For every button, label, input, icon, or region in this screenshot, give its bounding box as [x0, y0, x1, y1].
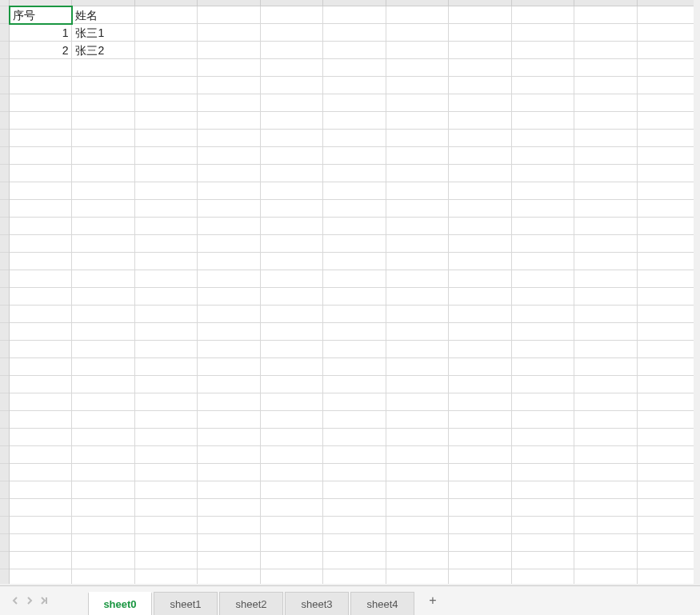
cell[interactable] — [198, 481, 260, 499]
cell[interactable] — [261, 411, 323, 429]
cell[interactable] — [198, 411, 260, 429]
cell[interactable] — [135, 253, 198, 270]
cell[interactable] — [72, 358, 134, 376]
cell[interactable] — [512, 200, 574, 218]
cell[interactable] — [638, 393, 700, 411]
cell[interactable] — [449, 112, 511, 130]
cell[interactable] — [574, 323, 637, 341]
cell[interactable] — [323, 42, 386, 59]
cell[interactable] — [135, 552, 198, 569]
cell[interactable] — [323, 393, 386, 411]
cell[interactable] — [449, 517, 511, 534]
cell[interactable] — [512, 147, 574, 165]
cell[interactable] — [198, 446, 260, 464]
cell[interactable] — [261, 235, 323, 253]
row-header[interactable] — [0, 94, 9, 112]
cell[interactable] — [10, 358, 72, 376]
cell[interactable]: 张三1 — [72, 24, 134, 42]
cell[interactable] — [574, 288, 637, 306]
cell[interactable] — [323, 165, 386, 182]
cell[interactable] — [198, 552, 260, 569]
cell[interactable] — [449, 270, 511, 288]
row-header[interactable] — [0, 534, 9, 552]
row-header[interactable] — [0, 341, 9, 358]
cell[interactable] — [261, 376, 323, 393]
cell[interactable] — [638, 323, 700, 341]
cell[interactable] — [574, 112, 637, 130]
cell[interactable] — [386, 341, 449, 358]
cell[interactable] — [386, 235, 449, 253]
cell[interactable] — [135, 200, 198, 218]
cell[interactable] — [72, 411, 134, 429]
cell[interactable] — [574, 59, 637, 77]
cell[interactable] — [261, 165, 323, 182]
cell[interactable] — [386, 112, 449, 130]
cell[interactable] — [512, 429, 574, 446]
cell[interactable] — [638, 130, 700, 147]
tab-nav-prev-icon[interactable] — [10, 595, 21, 606]
cell[interactable]: 2 — [10, 42, 72, 59]
cell[interactable] — [72, 446, 134, 464]
cell[interactable] — [638, 6, 700, 24]
cell[interactable] — [323, 147, 386, 165]
row-header[interactable] — [0, 569, 9, 584]
cell[interactable] — [638, 42, 700, 59]
cell[interactable] — [72, 517, 134, 534]
row-header[interactable] — [0, 42, 9, 59]
cell[interactable] — [135, 341, 198, 358]
cell[interactable] — [198, 517, 260, 534]
cell[interactable] — [638, 147, 700, 165]
cell[interactable] — [323, 24, 386, 42]
cell[interactable] — [198, 200, 260, 218]
cell[interactable] — [512, 464, 574, 481]
cell[interactable] — [512, 270, 574, 288]
cell[interactable] — [574, 42, 637, 59]
cell[interactable] — [261, 341, 323, 358]
cell[interactable] — [574, 218, 637, 235]
cell[interactable] — [386, 130, 449, 147]
row-header[interactable] — [0, 393, 9, 411]
cell[interactable] — [10, 218, 72, 235]
cell[interactable] — [638, 200, 700, 218]
cell[interactable] — [135, 59, 198, 77]
cell[interactable] — [449, 77, 511, 94]
cell[interactable] — [135, 517, 198, 534]
cell[interactable] — [574, 200, 637, 218]
cell[interactable] — [323, 218, 386, 235]
cell[interactable] — [323, 182, 386, 200]
row-header[interactable] — [0, 306, 9, 323]
cell[interactable] — [449, 358, 511, 376]
cell[interactable] — [72, 218, 134, 235]
cell[interactable] — [135, 42, 198, 59]
tab-nav-next-icon[interactable] — [24, 595, 35, 606]
row-header[interactable] — [0, 411, 9, 429]
cell[interactable] — [574, 341, 637, 358]
cell[interactable] — [10, 569, 72, 584]
cell[interactable] — [449, 552, 511, 569]
row-header[interactable] — [0, 270, 9, 288]
cell[interactable] — [638, 481, 700, 499]
cell[interactable] — [386, 77, 449, 94]
cell[interactable] — [198, 288, 260, 306]
cell[interactable] — [386, 376, 449, 393]
cell[interactable] — [135, 429, 198, 446]
cell[interactable] — [198, 24, 260, 42]
cell[interactable] — [386, 270, 449, 288]
cell[interactable] — [638, 517, 700, 534]
cell[interactable] — [574, 517, 637, 534]
cell[interactable] — [323, 411, 386, 429]
cell[interactable] — [386, 165, 449, 182]
cell[interactable] — [10, 200, 72, 218]
row-header[interactable] — [0, 323, 9, 341]
cell[interactable] — [10, 429, 72, 446]
cell[interactable] — [574, 358, 637, 376]
cells-area[interactable]: 序号姓名1张三12张三2 — [10, 0, 700, 584]
cell[interactable] — [638, 112, 700, 130]
cell[interactable] — [323, 6, 386, 24]
cell[interactable] — [10, 517, 72, 534]
cell[interactable] — [261, 288, 323, 306]
cell[interactable] — [512, 341, 574, 358]
cell[interactable] — [574, 270, 637, 288]
cell[interactable] — [10, 288, 72, 306]
cell[interactable] — [135, 481, 198, 499]
